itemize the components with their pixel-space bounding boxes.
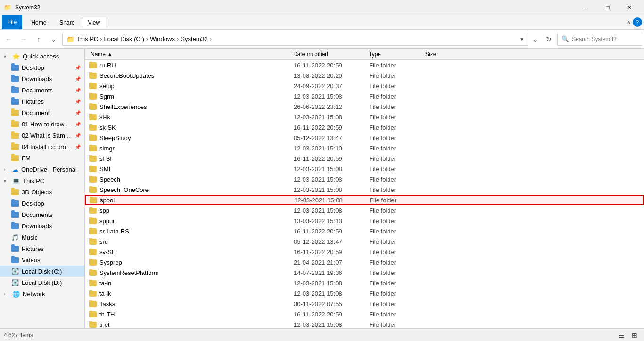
folder-icon [89,228,97,234]
table-row[interactable]: Speech_OneCore 12-03-2021 15:08 File fol… [85,184,644,195]
file-name-text: sl-Sl [99,155,111,162]
main-area: ▾ ⭐ Quick access Desktop 📌 Downloads 📌 D… [0,49,644,328]
table-row[interactable]: sv-SE 16-11-2022 20:59 File folder [85,247,644,257]
file-name: spool [88,197,290,204]
folder-icon [11,65,19,71]
sidebar-item-downloads-qa[interactable]: Downloads 📌 [0,73,84,84]
maximize-button[interactable]: □ [597,0,619,15]
tab-home[interactable]: Home [25,17,52,28]
file-name-text: sr-Latn-RS [99,228,129,235]
sidebar-item-pictures-qa[interactable]: Pictures 📌 [0,96,84,107]
folder-icon [89,83,97,89]
address-box[interactable]: 📁 This PC › Local Disk (C:) › Windows › … [62,33,528,46]
sidebar-item-3dobjects[interactable]: 3D Objects [0,186,84,198]
file-type: File folder [365,290,422,297]
col-header-type[interactable]: Type [365,51,421,58]
search-box[interactable]: 🔍 [557,33,642,46]
sidebar-item-documents-pc[interactable]: Documents [0,209,84,220]
table-row[interactable]: sl-Sl 16-11-2022 20:59 File folder [85,153,644,164]
table-row[interactable]: ti-et 12-03-2021 15:08 File folder [85,319,644,328]
folder-icon [11,133,19,139]
file-name: ShellExperiences [87,103,290,110]
forward-button[interactable]: → [17,33,30,46]
sidebar-item-desktop-qa[interactable]: Desktop 📌 [0,62,84,73]
breadcrumb-localc[interactable]: Local Disk (C:) [104,35,144,42]
sidebar-item-network[interactable]: › 🌐 Network [0,288,84,299]
file-name: ta-in [87,280,290,287]
sidebar-item-document-qa[interactable]: Document 📌 [0,107,84,118]
sidebar-item-thispc[interactable]: ▾ 💻 This PC [0,175,84,186]
table-row[interactable]: SMI 12-03-2021 15:08 File folder [85,164,644,174]
table-row[interactable]: Tasks 30-11-2022 07:55 File folder [85,299,644,309]
breadcrumb-system32[interactable]: System32 [181,35,208,42]
recent-locations-button[interactable]: ⌄ [47,33,60,46]
folder-icon [89,208,97,214]
breadcrumb-sep-1: › [100,35,102,42]
table-row[interactable]: ru-RU 16-11-2022 20:59 File folder [85,60,644,70]
folder-icon [11,155,19,161]
close-button[interactable]: ✕ [619,0,640,15]
up-button[interactable]: ↑ [32,33,45,46]
col-header-date[interactable]: Date modified [289,51,365,58]
table-row[interactable]: Speech 12-03-2021 15:08 File folder [85,174,644,184]
sidebar-item-local-c[interactable]: 💽 Local Disk (C:) [0,266,84,277]
sidebar-item-01-qa[interactable]: 01 How to draw radius 📌 [0,118,84,130]
pin-icon: 📌 [75,76,81,82]
table-row[interactable]: sk-SK 16-11-2022 20:59 File folder [85,122,644,133]
table-row[interactable]: sr-Latn-RS 16-11-2022 20:59 File folder [85,226,644,236]
back-button[interactable]: ← [2,33,15,46]
file-name-text: Tasks [99,300,115,308]
file-name-text: setup [99,83,115,90]
sidebar-item-documents-qa[interactable]: Documents 📌 [0,84,84,96]
sidebar-item-fm-qa[interactable]: FM [0,152,84,164]
sidebar-item-music-pc[interactable]: 🎵 Music [0,232,84,243]
table-row[interactable]: SecureBootUpdates 13-08-2022 20:20 File … [85,70,644,81]
sidebar-item-label: Videos [22,257,81,264]
music-icon: 🎵 [11,234,19,241]
file-type: File folder [365,186,422,193]
table-row[interactable]: si-lk 12-03-2021 15:08 File folder [85,112,644,122]
table-row[interactable]: SystemResetPlatform 14-07-2021 19:36 Fil… [85,267,644,278]
sidebar-item-04-qa[interactable]: 04 Install icc profile or 📌 [0,141,84,152]
address-dropdown-icon[interactable]: ▾ [520,35,524,42]
item-count: 4,627 items [4,332,33,339]
table-row[interactable]: sru 05-12-2022 13:47 File folder [85,236,644,247]
col-header-size[interactable]: Size [421,51,459,58]
breadcrumb-windows[interactable]: Windows [150,35,175,42]
search-input[interactable] [572,36,638,42]
breadcrumb-thispc[interactable]: This PC [76,35,98,42]
table-row[interactable]: slmgr 12-03-2021 15:10 File folder [85,143,644,153]
table-row[interactable]: Sysprep 21-04-2021 21:07 File folder [85,257,644,267]
file-name: SystemResetPlatform [87,269,290,276]
sidebar-item-videos-pc[interactable]: Videos [0,254,84,266]
large-icons-button[interactable]: ⊞ [629,330,640,341]
tab-file[interactable]: File [2,15,22,29]
tab-share[interactable]: Share [53,17,81,28]
table-row[interactable]: spool 12-03-2021 15:08 File folder [85,195,644,205]
table-row[interactable]: spp 12-03-2021 15:08 File folder [85,205,644,216]
table-row[interactable]: ShellExperiences 26-06-2022 23:12 File f… [85,101,644,112]
sidebar-item-pictures-pc[interactable]: Pictures [0,243,84,254]
ribbon-help-button[interactable]: ? [633,17,642,27]
table-row[interactable]: SleepStudy 05-12-2022 13:47 File folder [85,133,644,143]
sidebar-item-onedrive[interactable]: › ☁ OneDrive - Personal [0,164,84,175]
minimize-button[interactable]: ─ [575,0,597,15]
table-row[interactable]: setup 24-09-2022 20:37 File folder [85,81,644,91]
sidebar-item-desktop-pc[interactable]: Desktop [0,198,84,209]
col-header-name[interactable]: Name ▲ [87,51,289,58]
address-dropdown-button[interactable]: ⌄ [530,33,540,46]
table-row[interactable]: sppui 13-03-2022 15:13 File folder [85,216,644,226]
tab-view[interactable]: View [82,17,106,28]
sidebar-item-quick-access[interactable]: ▾ ⭐ Quick access [0,50,84,62]
refresh-button[interactable]: ↻ [542,33,555,46]
sidebar-item-downloads-pc[interactable]: Downloads [0,220,84,232]
ribbon-collapse-icon[interactable]: ∧ [627,19,631,25]
sidebar-item-02-qa[interactable]: 02 What is SamSung c 📌 [0,130,84,141]
table-row[interactable]: Sgrm 12-03-2021 15:08 File folder [85,91,644,101]
table-row[interactable]: ta-in 12-03-2021 15:08 File folder [85,278,644,288]
sidebar-item-label: Local Disk (D:) [22,279,81,286]
sidebar-item-local-d[interactable]: 💽 Local Disk (D:) [0,277,84,288]
details-view-button[interactable]: ☰ [616,330,627,341]
table-row[interactable]: th-TH 16-11-2022 20:59 File folder [85,309,644,319]
table-row[interactable]: ta-lk 12-03-2021 15:08 File folder [85,288,644,299]
